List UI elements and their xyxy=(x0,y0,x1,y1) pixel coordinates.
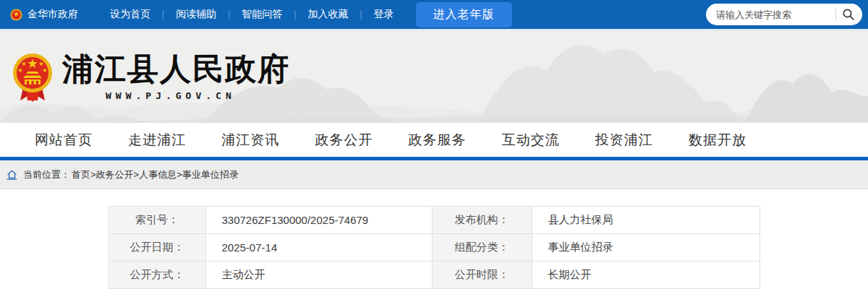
link-reading-aid[interactable]: 阅读辅助 xyxy=(176,8,216,21)
nav-item-home[interactable]: 网站首页 xyxy=(35,131,93,150)
search-box xyxy=(706,4,862,25)
elder-version-button[interactable]: 进入老年版 xyxy=(416,2,512,27)
field-value-open-method: 主动公开 xyxy=(205,262,432,289)
city-gov-link[interactable]: 金华市政府 xyxy=(10,8,78,21)
site-url: WWW.PJ.GOV.CN xyxy=(106,90,290,101)
national-emblem-icon xyxy=(12,53,54,106)
link-set-homepage[interactable]: 设为首页 xyxy=(110,8,150,21)
mini-emblem-icon xyxy=(10,9,22,21)
divider: | xyxy=(162,9,164,20)
masthead: 浦江县人民政府 WWW.PJ.GOV.CN xyxy=(0,29,868,123)
home-icon xyxy=(6,169,18,181)
field-value-category: 事业单位招录 xyxy=(532,234,760,262)
field-label-open-term: 公开时限： xyxy=(432,262,532,289)
field-label-open-method: 公开方式： xyxy=(109,262,205,289)
breadcrumb: 当前位置： 首页>政务公开>人事信息>事业单位招录 xyxy=(0,160,868,189)
divider xyxy=(835,9,836,20)
breadcrumb-path[interactable]: 首页>政务公开>人事信息>事业单位招录 xyxy=(72,168,239,181)
nav-item-interaction[interactable]: 互动交流 xyxy=(502,131,560,150)
search-input[interactable] xyxy=(716,9,833,20)
link-smart-qa[interactable]: 智能问答 xyxy=(242,8,282,21)
field-value-open-term: 长期公开 xyxy=(532,262,760,289)
nav-item-open-data[interactable]: 数据开放 xyxy=(689,131,746,150)
nav-item-news[interactable]: 浦江资讯 xyxy=(221,131,279,150)
page-content: 索引号： 330726ZF130000/2025-74679 发布机构： 县人力… xyxy=(0,206,868,289)
link-login[interactable]: 登录 xyxy=(374,8,394,21)
main-navigation: 网站首页 走进浦江 浦江资讯 政务公开 政务服务 互动交流 投资浦江 数据开放 xyxy=(0,123,868,160)
divider: | xyxy=(294,9,296,20)
field-label-category: 组配分类： xyxy=(432,234,532,262)
nav-item-gov-services[interactable]: 政务服务 xyxy=(409,131,467,150)
city-gov-label: 金华市政府 xyxy=(27,8,78,21)
search-button[interactable] xyxy=(842,8,855,21)
divider: | xyxy=(359,9,362,20)
nav-item-about-pujiang[interactable]: 走进浦江 xyxy=(128,131,186,150)
nav-item-invest[interactable]: 投资浦江 xyxy=(595,131,653,150)
top-utility-bar: 金华市政府 设为首页 | 阅读辅助 | 智能问答 | 加入收藏 | 登录 进入老… xyxy=(0,0,868,29)
document-meta-table: 索引号： 330726ZF130000/2025-74679 发布机构： 县人力… xyxy=(109,206,760,289)
divider: | xyxy=(228,9,230,20)
nav-item-gov-info[interactable]: 政务公开 xyxy=(315,131,373,150)
field-label-index-no: 索引号： xyxy=(109,207,205,234)
field-value-issuing-agency: 县人力社保局 xyxy=(532,207,760,234)
breadcrumb-label: 当前位置： xyxy=(23,168,70,181)
brand-text: 浦江县人民政府 WWW.PJ.GOV.CN xyxy=(62,53,290,106)
table-row: 公开日期： 2025-07-14 组配分类： 事业单位招录 xyxy=(109,234,760,262)
link-add-favorites[interactable]: 加入收藏 xyxy=(307,8,348,21)
field-label-publish-date: 公开日期： xyxy=(109,234,205,262)
search-icon xyxy=(842,8,855,21)
table-row: 索引号： 330726ZF130000/2025-74679 发布机构： 县人力… xyxy=(109,207,760,234)
site-title: 浦江县人民政府 xyxy=(62,53,290,85)
field-value-index-no: 330726ZF130000/2025-74679 xyxy=(205,207,432,234)
topbar-links: 设为首页 | 阅读辅助 | 智能问答 | 加入收藏 | 登录 xyxy=(110,8,394,21)
table-row: 公开方式： 主动公开 公开时限： 长期公开 xyxy=(109,262,760,289)
site-brand[interactable]: 浦江县人民政府 WWW.PJ.GOV.CN xyxy=(12,53,290,106)
field-value-publish-date: 2025-07-14 xyxy=(205,234,432,262)
field-label-issuing-agency: 发布机构： xyxy=(432,207,532,234)
